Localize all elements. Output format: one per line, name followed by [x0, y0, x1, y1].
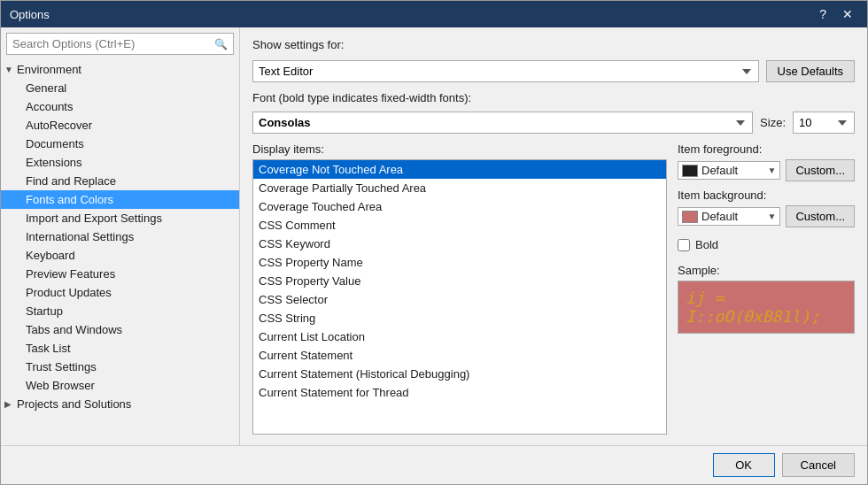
foreground-label: Item foreground:	[678, 142, 855, 156]
help-button[interactable]: ?	[814, 6, 832, 22]
sidebar-item-documents[interactable]: Documents	[1, 135, 239, 153]
tree-environment[interactable]: ▼ Environment	[1, 60, 239, 79]
list-item[interactable]: Current Statement for Thread	[253, 383, 666, 402]
sidebar-item-product-updates[interactable]: Product Updates	[1, 283, 239, 302]
background-swatch	[682, 211, 698, 223]
foreground-select[interactable]: Default ▼	[678, 161, 780, 180]
title-bar: Options ? ✕	[1, 1, 867, 27]
tree-projects[interactable]: ▶ Projects and Solutions	[1, 395, 239, 413]
list-item[interactable]: CSS Comment	[253, 216, 666, 235]
sidebar-item-keyboard[interactable]: Keyboard	[1, 246, 239, 265]
foreground-value: Default	[701, 164, 763, 177]
foreground-row: Item foreground: Default ▼ Custom...	[678, 142, 855, 181]
background-custom-button[interactable]: Custom...	[786, 205, 855, 227]
sidebar-item-startup[interactable]: Startup	[1, 302, 239, 320]
list-item[interactable]: CSS Property Value	[253, 272, 666, 290]
show-settings-control-row: Text Editor Use Defaults	[252, 60, 855, 82]
background-select[interactable]: Default ▼	[678, 207, 780, 226]
background-label: Item background:	[678, 189, 855, 202]
color-col: Item foreground: Default ▼ Custom...	[678, 142, 855, 435]
sidebar-item-autorecover[interactable]: AutoRecover	[1, 116, 239, 135]
dialog-body: 🔍 ▼ Environment General Accounts AutoRec…	[1, 27, 867, 445]
search-icon: 🔍	[209, 35, 233, 54]
display-items-label: Display items:	[252, 142, 667, 156]
sidebar-item-trust-settings[interactable]: Trust Settings	[1, 358, 239, 376]
display-items-list: Coverage Not Touched Area Coverage Parti…	[252, 159, 667, 435]
list-item[interactable]: CSS Selector	[253, 290, 666, 309]
sidebar-item-tabs-windows[interactable]: Tabs and Windows	[1, 320, 239, 339]
use-defaults-button[interactable]: Use Defaults	[766, 60, 855, 82]
right-panel: Show settings for: Text Editor Use Defau…	[240, 27, 867, 445]
close-button[interactable]: ✕	[837, 6, 858, 22]
tree-container: ▼ Environment General Accounts AutoRecov…	[1, 60, 239, 445]
title-controls: ? ✕	[814, 6, 858, 22]
ok-button[interactable]: OK	[713, 453, 775, 477]
sidebar-item-task-list[interactable]: Task List	[1, 339, 239, 358]
lower-section: Display items: Coverage Not Touched Area…	[252, 142, 855, 435]
show-settings-row: Show settings for:	[252, 38, 855, 51]
sidebar-item-international[interactable]: International Settings	[1, 227, 239, 246]
sidebar-item-find-replace[interactable]: Find and Replace	[1, 172, 239, 190]
foreground-swatch	[682, 165, 698, 177]
sidebar-item-preview[interactable]: Preview Features	[1, 265, 239, 283]
background-row: Item background: Default ▼ Custom...	[678, 189, 855, 227]
background-picker-row: Default ▼ Custom...	[678, 205, 855, 227]
sample-section: Sample: ij = I::oO(0xB81l);	[678, 264, 855, 334]
sidebar-item-web-browser[interactable]: Web Browser	[1, 376, 239, 395]
search-box[interactable]: 🔍	[6, 33, 234, 55]
sample-label: Sample:	[678, 264, 855, 277]
sidebar-item-fonts-colors[interactable]: Fonts and Colors	[1, 190, 239, 209]
show-settings-label: Show settings for:	[252, 38, 344, 51]
font-label: Font (bold type indicates fixed-width fo…	[252, 91, 855, 104]
list-item[interactable]: CSS Keyword	[253, 235, 666, 253]
sample-box: ij = I::oO(0xB81l);	[678, 281, 855, 334]
list-item[interactable]: CSS String	[253, 309, 666, 327]
size-label: Size:	[760, 116, 786, 129]
tree-arrow-projects: ▶	[4, 399, 17, 409]
show-settings-select[interactable]: Text Editor	[252, 60, 759, 82]
list-item[interactable]: Coverage Not Touched Area	[253, 160, 666, 179]
foreground-dropdown-arrow: ▼	[767, 166, 776, 175]
options-dialog: Options ? ✕ 🔍 ▼ Environment General A	[0, 0, 868, 485]
background-value: Default	[701, 210, 763, 223]
list-item[interactable]: Coverage Partially Touched Area	[253, 179, 666, 197]
foreground-picker-row: Default ▼ Custom...	[678, 159, 855, 181]
display-items-col: Display items: Coverage Not Touched Area…	[252, 142, 667, 435]
background-dropdown-arrow: ▼	[767, 212, 776, 221]
font-row: Consolas Size: 10	[252, 112, 855, 134]
sidebar-item-import-export[interactable]: Import and Export Settings	[1, 209, 239, 227]
dialog-title: Options	[10, 8, 50, 21]
search-input[interactable]	[7, 34, 209, 54]
bold-label: Bold	[695, 238, 718, 251]
list-item[interactable]: CSS Property Name	[253, 253, 666, 272]
sidebar-item-general[interactable]: General	[1, 79, 239, 97]
list-item[interactable]: Current Statement	[253, 346, 666, 365]
tree-arrow-environment: ▼	[4, 65, 17, 74]
size-select[interactable]: 10	[793, 112, 855, 134]
projects-label: Projects and Solutions	[17, 397, 131, 411]
sidebar-item-extensions[interactable]: Extensions	[1, 153, 239, 172]
bold-row: Bold	[678, 238, 855, 251]
cancel-button[interactable]: Cancel	[782, 453, 855, 477]
sidebar-item-accounts[interactable]: Accounts	[1, 97, 239, 116]
list-item[interactable]: Coverage Touched Area	[253, 197, 666, 216]
font-select[interactable]: Consolas	[252, 112, 753, 134]
foreground-custom-button[interactable]: Custom...	[786, 159, 855, 181]
environment-label: Environment	[17, 63, 81, 76]
left-panel: 🔍 ▼ Environment General Accounts AutoRec…	[1, 27, 240, 445]
list-item[interactable]: Current List Location	[253, 327, 666, 346]
bold-checkbox[interactable]	[678, 239, 690, 251]
footer: OK Cancel	[1, 445, 867, 484]
list-item[interactable]: Current Statement (Historical Debugging)	[253, 365, 666, 383]
